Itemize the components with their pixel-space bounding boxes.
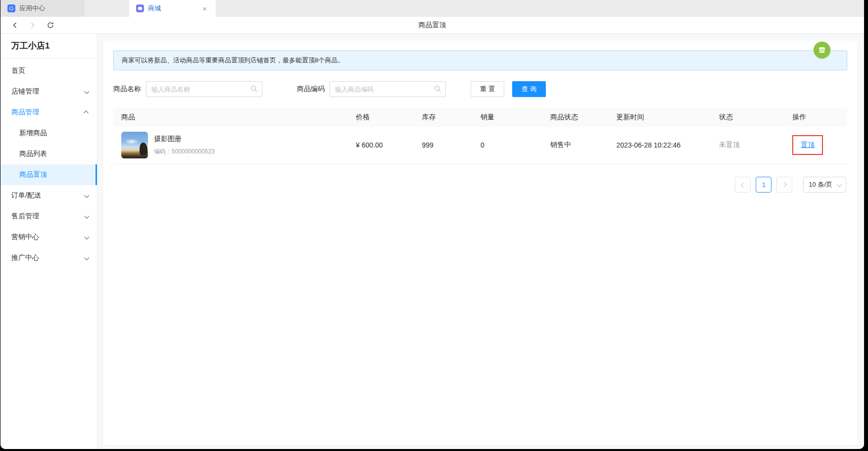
highlight-box: 置顶 xyxy=(792,135,823,155)
close-icon[interactable]: × xyxy=(200,4,209,13)
sidebar-item-marketing-center[interactable]: 营销中心 xyxy=(0,227,97,248)
sidebar-menu: 首页 店铺管理 商品管理 新增商品 商品列表 商品置顶 xyxy=(0,58,97,268)
app-center-icon xyxy=(7,4,15,12)
sidebar: 万工小店1 首页 店铺管理 商品管理 新增商品 商品列表 xyxy=(0,34,97,449)
chevron-down-icon xyxy=(84,89,89,94)
sidebar-item-after-sales[interactable]: 售后管理 xyxy=(0,206,97,227)
pagination: 1 10 条/页 xyxy=(113,177,847,193)
cell-price: ¥ 600.00 xyxy=(352,141,418,149)
pin-action-link[interactable]: 置顶 xyxy=(801,141,815,149)
header-status: 状态 xyxy=(715,113,788,122)
search-button[interactable]: 查询 xyxy=(512,81,546,97)
pagination-prev-button[interactable] xyxy=(735,177,751,193)
tab-bar: 应用中心 商城 × xyxy=(0,0,864,17)
header-product-status: 商品状态 xyxy=(546,113,612,122)
reset-button[interactable]: 重置 xyxy=(471,81,504,97)
page-size-value: 10 条/页 xyxy=(809,180,832,189)
pagination-next-button[interactable] xyxy=(776,177,792,193)
sidebar-item-promotion-center[interactable]: 推广中心 xyxy=(0,248,97,268)
chevron-right-icon xyxy=(782,182,787,187)
search-icon xyxy=(434,85,441,94)
tab-app-center-label: 应用中心 xyxy=(19,4,45,13)
table-row: 摄影图册 编码：5000000000523 ¥ 600.00 999 0 销售中… xyxy=(113,127,847,164)
page-size-select[interactable]: 10 条/页 xyxy=(803,177,846,193)
sidebar-item-product-pin[interactable]: 商品置顶 xyxy=(0,164,97,185)
chevron-down-icon xyxy=(837,182,842,187)
header-action: 操作 xyxy=(788,113,847,122)
tab-app-center[interactable]: 应用中心 xyxy=(0,0,85,17)
cell-sales: 0 xyxy=(477,141,546,149)
product-code-input[interactable] xyxy=(330,81,446,97)
cell-update-time: 2023-06-28 10:22:46 xyxy=(612,141,715,149)
table-header-row: 商品 价格 库存 销量 商品状态 更新时间 状态 操作 xyxy=(113,108,847,127)
product-name: 摄影图册 xyxy=(154,135,215,144)
nav-bar: 商品置顶 xyxy=(0,17,864,34)
mall-icon xyxy=(136,4,144,12)
store-icon xyxy=(818,46,826,54)
sidebar-item-shop-management[interactable]: 店铺管理 xyxy=(0,81,97,102)
product-table: 商品 价格 库存 销量 商品状态 更新时间 状态 操作 摄影图册 xyxy=(113,108,847,164)
content-card: 商家可以将新品、活动商品等重要商品置顶到店铺首页，最多能置顶8个商品。 商品名称… xyxy=(103,41,857,445)
tab-mall[interactable]: 商城 × xyxy=(129,0,216,17)
forward-icon[interactable] xyxy=(26,19,39,32)
header-stock: 库存 xyxy=(418,113,477,122)
header-update-time: 更新时间 xyxy=(612,113,715,122)
tab-gap xyxy=(85,0,129,17)
tab-mall-label: 商城 xyxy=(148,4,161,13)
product-name-input[interactable] xyxy=(146,81,262,97)
cell-product-status: 销售中 xyxy=(546,141,612,150)
pagination-page-1[interactable]: 1 xyxy=(756,177,772,193)
product-name-label: 商品名称 xyxy=(113,85,141,94)
search-icon xyxy=(250,85,258,94)
cell-pin-status: 未置顶 xyxy=(715,141,788,150)
header-product: 商品 xyxy=(113,113,352,122)
sidebar-item-product-list[interactable]: 商品列表 xyxy=(0,144,97,164)
chevron-down-icon xyxy=(84,193,89,198)
chevron-down-icon xyxy=(84,234,89,239)
sidebar-item-home[interactable]: 首页 xyxy=(0,60,97,81)
sidebar-item-orders-delivery[interactable]: 订单/配送 xyxy=(0,185,97,206)
chevron-down-icon xyxy=(84,213,89,218)
page-title: 商品置顶 xyxy=(0,21,864,30)
info-banner: 商家可以将新品、活动商品等重要商品置顶到店铺首页，最多能置顶8个商品。 xyxy=(113,50,847,70)
cell-stock: 999 xyxy=(418,141,477,149)
header-price: 价格 xyxy=(352,113,418,122)
chevron-left-icon xyxy=(741,183,746,188)
chevron-down-icon xyxy=(84,255,89,260)
store-fab-button[interactable] xyxy=(814,42,830,58)
sidebar-item-product-management[interactable]: 商品管理 xyxy=(0,102,97,123)
header-sales: 销量 xyxy=(477,113,546,122)
shop-name: 万工小店1 xyxy=(0,34,97,58)
product-code-label: 商品编码 xyxy=(297,85,325,94)
sidebar-item-add-product[interactable]: 新增商品 xyxy=(0,123,97,144)
main-area: 商家可以将新品、活动商品等重要商品置顶到店铺首页，最多能置顶8个商品。 商品名称… xyxy=(97,34,864,449)
refresh-icon[interactable] xyxy=(44,19,57,32)
product-thumbnail xyxy=(121,132,148,158)
back-icon[interactable] xyxy=(8,19,21,32)
product-code: 编码：5000000000523 xyxy=(154,148,215,156)
filter-bar: 商品名称 商品编码 重置 查询 xyxy=(113,81,847,97)
app-window: 应用中心 商城 × 商品置顶 万工小店1 首页 xyxy=(0,0,864,449)
